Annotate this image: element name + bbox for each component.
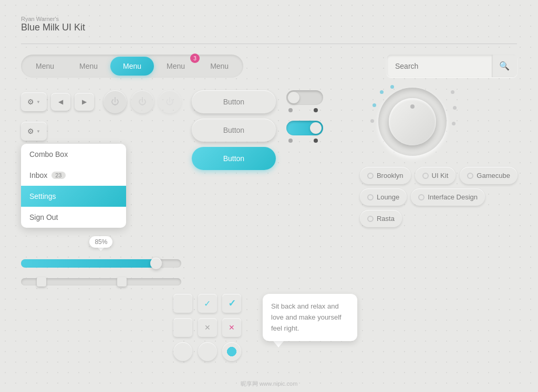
toggle-2-on[interactable]	[286, 121, 323, 135]
checkbox-empty-2[interactable]	[173, 318, 192, 337]
header: Ryan Warner's Blue Milk UI Kit	[21, 16, 517, 33]
speech-bubble-container: Sit back and relax and love and make you…	[263, 294, 357, 361]
speech-bubble: Sit back and relax and love and make you…	[263, 294, 357, 341]
radio-option-interface-design[interactable]: Interface Design	[411, 188, 485, 206]
dropdown-item-inbox[interactable]: Inbox 23	[21, 165, 126, 186]
radio-circle-3	[467, 173, 473, 179]
right-column: Brooklyn UI Kit Gamecube Lounge Interfac…	[360, 90, 518, 290]
toggle-dot-left	[288, 108, 293, 112]
radio-dot-blue[interactable]	[222, 342, 241, 361]
gear-icon-2: ⚙	[27, 127, 34, 135]
left-column: ⚙ ▼ ◀ ▶ ⏻ ⏻ ⏻ ⚙ ▼	[21, 90, 181, 290]
checkbox-checked-blue-2[interactable]: ✓	[222, 294, 241, 313]
knob-indicator-6	[453, 106, 457, 110]
button-1[interactable]: Button	[192, 90, 276, 113]
next-button[interactable]: ▶	[75, 93, 94, 111]
power-buttons: ⏻ ⏻ ⏻	[104, 90, 181, 113]
radio-option-brooklyn[interactable]: Brooklyn	[360, 167, 411, 184]
toggle-column	[286, 90, 349, 290]
bottom-row: ✓ ✓ ✕ ✕ Sit back and relax and love and …	[173, 294, 517, 361]
nav-tab-5[interactable]: Menu	[198, 57, 241, 76]
radio-circle-1	[367, 173, 374, 179]
knob-section	[360, 80, 465, 164]
knob-inner	[389, 98, 436, 145]
radio-circle-6	[367, 216, 374, 222]
checkbox-cross-gray[interactable]: ✕	[198, 318, 217, 337]
slider-fill	[21, 259, 157, 268]
dropdown-item-combobox[interactable]: Combo Box	[21, 144, 126, 165]
checkbox-cross-pink[interactable]: ✕	[222, 318, 241, 337]
dropdown-container: ⚙ ▼ Combo Box Inbox 23 Settings Sig	[21, 122, 181, 228]
radio-option-rasta[interactable]: Rasta	[360, 210, 402, 227]
radio-square-2[interactable]	[198, 342, 217, 361]
radio-label-gamecube: Gamecube	[477, 172, 510, 179]
toggle-1-off[interactable]	[286, 90, 323, 105]
search-box: 🔍	[387, 55, 517, 77]
knob-indicator-5	[451, 90, 454, 94]
center-column: Button Button Button	[192, 90, 276, 290]
knob-indicator-3	[373, 103, 376, 107]
top-section: Menu Menu Menu Menu3 Menu 🔍	[21, 55, 517, 78]
speech-bubble-text: Sit back and relax and love and make you…	[271, 302, 342, 332]
main-content: ⚙ ▼ ◀ ▶ ⏻ ⏻ ⏻ ⚙ ▼	[21, 90, 517, 290]
toggle-dot-right-2	[314, 139, 318, 143]
toggle-section	[286, 90, 349, 143]
knob-indicator-7	[452, 122, 456, 125]
nav-tabs: Menu Menu Menu Menu3 Menu	[21, 55, 243, 78]
progress-slider[interactable]	[21, 259, 181, 268]
button-2[interactable]: Button	[192, 119, 276, 142]
knob-indicator-2	[380, 90, 384, 94]
power-btn-off-1[interactable]: ⏻	[104, 90, 127, 113]
dropdown-item-settings[interactable]: Settings	[21, 186, 126, 207]
search-input[interactable]	[387, 56, 492, 77]
gear-dropdown-btn[interactable]: ⚙ ▼	[21, 92, 47, 111]
nav-tab-2[interactable]: Menu	[67, 57, 110, 76]
nav-tab-1[interactable]: Menu	[23, 57, 67, 76]
radio-circle-5	[418, 194, 425, 200]
radio-label-brooklyn: Brooklyn	[377, 172, 404, 179]
slider-percent-label: 85%	[89, 236, 112, 248]
checkbox-section: ✓ ✓ ✕ ✕	[173, 294, 242, 361]
button-3-active[interactable]: Button	[192, 147, 276, 170]
button-group: Button Button Button	[192, 90, 276, 170]
power-btn-off-2[interactable]: ⏻	[131, 90, 154, 113]
checkbox-checked-blue-1[interactable]: ✓	[198, 294, 217, 313]
knob-indicator-4	[370, 119, 374, 123]
radio-label-rasta: Rasta	[377, 215, 395, 223]
dropdown-item-signout[interactable]: Sign Out	[21, 207, 126, 228]
header-divider	[21, 44, 517, 44]
knob[interactable]	[378, 88, 447, 156]
slider-section: 85%	[21, 236, 181, 285]
toggle-dot-left-2	[288, 139, 293, 143]
slider-thumb[interactable]	[150, 258, 162, 269]
power-btn-off-3[interactable]: ⏻	[158, 90, 181, 113]
radio-label-interface-design: Interface Design	[428, 193, 478, 201]
radio-circle-4	[367, 194, 374, 200]
dropdown-label-inbox: Inbox	[29, 171, 47, 179]
prev-button[interactable]: ◀	[51, 93, 70, 111]
radio-circle-2	[422, 173, 429, 179]
radio-label-uikit: UI Kit	[432, 172, 449, 179]
radio-option-gamecube[interactable]: Gamecube	[460, 167, 518, 184]
watermark: 昵享网 www.nipic.com	[241, 380, 298, 388]
radio-option-lounge[interactable]: Lounge	[360, 188, 407, 206]
toggle-dot-right	[314, 108, 318, 112]
range-slider[interactable]	[21, 278, 181, 285]
checkbox-empty-1[interactable]	[173, 294, 192, 313]
nav-tab-3-active[interactable]: Menu	[110, 57, 154, 76]
gear-icon: ⚙	[27, 98, 34, 106]
toggle-knob-1	[288, 92, 299, 103]
dropdown-label-combobox: Combo Box	[29, 150, 68, 158]
range-thumb-right[interactable]	[117, 277, 127, 287]
range-thumb-left[interactable]	[37, 277, 46, 287]
search-button[interactable]: 🔍	[492, 55, 517, 77]
inbox-badge: 23	[51, 172, 65, 179]
toggle-knob-2	[310, 122, 322, 134]
dropdown-toggle[interactable]: ⚙ ▼	[21, 122, 47, 141]
radio-options: Brooklyn UI Kit Gamecube Lounge Interfac…	[360, 167, 518, 227]
nav-tab-4[interactable]: Menu3	[154, 57, 198, 76]
radio-option-uikit[interactable]: UI Kit	[415, 167, 456, 184]
dropdown-label-signout: Sign Out	[29, 213, 58, 221]
toggle-row-1	[286, 90, 349, 105]
radio-square-1[interactable]	[173, 342, 192, 361]
